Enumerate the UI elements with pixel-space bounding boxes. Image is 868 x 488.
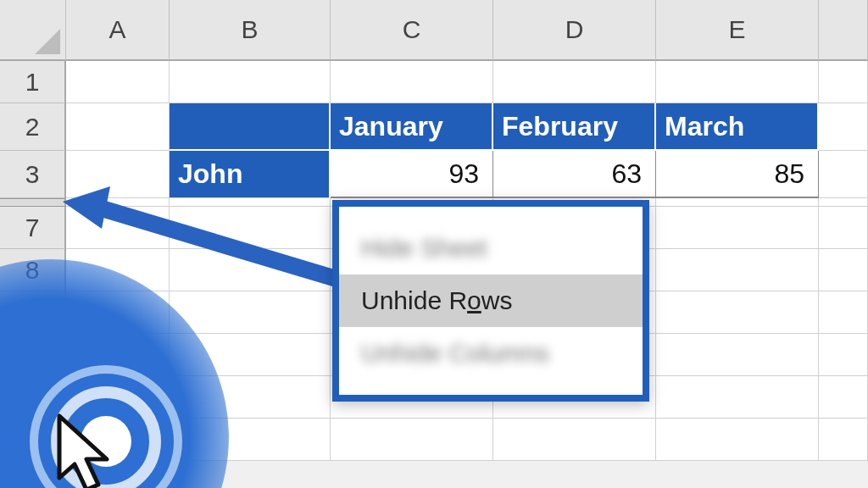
cell-C3[interactable]: 93 — [331, 151, 493, 198]
cell-C2[interactable]: January — [331, 103, 493, 151]
row-3: 3 John 93 63 85 — [0, 151, 868, 198]
select-all-corner[interactable] — [0, 0, 66, 61]
menu-item-label: Unhide Rows — [361, 286, 512, 315]
select-all-triangle-icon — [35, 29, 60, 54]
cell-F8[interactable] — [819, 249, 868, 291]
cell-B3[interactable]: John — [170, 151, 331, 198]
cell-A2[interactable] — [66, 103, 170, 151]
menu-item-hide-sheet[interactable]: Hide Sheet — [339, 222, 643, 274]
cell-A1[interactable] — [66, 61, 170, 103]
cursor-arrow-icon — [51, 412, 127, 488]
col-header-A[interactable]: A — [66, 0, 170, 61]
cell-F2[interactable] — [819, 103, 868, 151]
menu-item-unhide-rows[interactable]: Unhide Rows — [339, 274, 643, 327]
cell-F3[interactable] — [819, 151, 868, 198]
cell-E2[interactable]: March — [656, 103, 819, 151]
context-menu: Hide Sheet Unhide Rows Unhide Columns — [332, 200, 649, 402]
row-header-1[interactable]: 1 — [0, 61, 66, 103]
svg-marker-0 — [35, 29, 60, 54]
col-header-F[interactable] — [819, 0, 868, 61]
cell-C1[interactable] — [331, 61, 493, 103]
hidden-rows-gap-icon[interactable] — [0, 198, 66, 207]
cell-D3[interactable]: 63 — [493, 151, 656, 198]
cell-B1[interactable] — [170, 61, 331, 103]
cell-E7[interactable] — [656, 207, 819, 249]
cell-B8[interactable] — [170, 249, 331, 291]
cell-D1[interactable] — [493, 61, 656, 103]
col-header-E[interactable]: E — [656, 0, 819, 61]
row-header-3[interactable]: 3 — [0, 151, 66, 198]
cell-B7[interactable] — [170, 207, 331, 249]
cell-A7[interactable] — [66, 207, 170, 249]
row-header-7[interactable]: 7 — [0, 207, 66, 249]
cell-F7[interactable] — [819, 207, 868, 249]
column-header-row: A B C D E — [0, 0, 868, 61]
svg-marker-7 — [59, 416, 107, 488]
cell-B2[interactable] — [170, 103, 331, 151]
cell-E8[interactable] — [656, 249, 819, 291]
cell-E3[interactable]: 85 — [656, 151, 819, 198]
cell-F1[interactable] — [819, 61, 868, 103]
cell-D2[interactable]: February — [493, 103, 656, 151]
row-header-2[interactable]: 2 — [0, 103, 66, 151]
col-header-B[interactable]: B — [170, 0, 331, 61]
col-header-D[interactable]: D — [493, 0, 656, 61]
cell-E1[interactable] — [656, 61, 819, 103]
row-1: 1 — [0, 61, 868, 103]
menu-item-unhide-columns[interactable]: Unhide Columns — [339, 327, 643, 380]
cell-A3[interactable] — [66, 151, 170, 198]
col-header-C[interactable]: C — [331, 0, 493, 61]
row-2: 2 January February March — [0, 103, 868, 151]
